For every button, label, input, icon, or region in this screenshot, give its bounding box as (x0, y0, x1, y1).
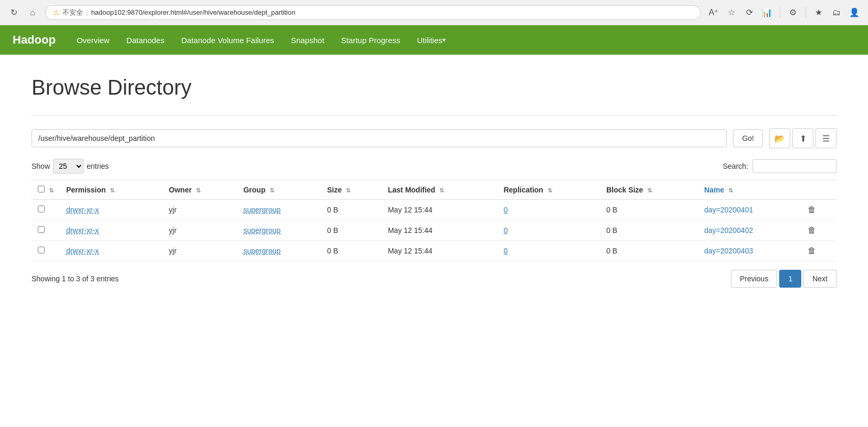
delete-button-1[interactable]: 🗑 (808, 226, 816, 235)
browser-bar: ↻ ⌂ ⚠ 不安全 | hadoop102:9870/explorer.html… (0, 0, 868, 25)
group-link-0[interactable]: supergroup (243, 206, 281, 214)
nav-item-snapshot[interactable]: Snapshot (283, 25, 333, 55)
address-bar: ⚠ 不安全 | hadoop102:9870/explorer.html#/us… (45, 5, 701, 20)
order-icon: ⇅ (49, 187, 54, 194)
search-label: Search: (723, 162, 748, 170)
nav-item-utilities[interactable]: Utilities (409, 25, 454, 55)
delete-button-2[interactable]: 🗑 (808, 246, 816, 256)
nav-item-overview[interactable]: Overview (68, 25, 118, 55)
sort-blocksize-icon: ⇅ (647, 187, 652, 194)
row-group-0: supergroup (237, 200, 321, 220)
row-checkbox-cell (32, 220, 60, 241)
name-link-1[interactable]: day=20200402 (704, 226, 753, 235)
sort-replication-icon: ⇅ (547, 187, 552, 194)
nav-item-startup-progress[interactable]: Startup Progress (333, 25, 409, 55)
row-modified-1: May 12 15:44 (381, 220, 497, 241)
row-permission-1: drwxr-xr-x (60, 220, 162, 241)
replication-link-2[interactable]: 0 (503, 247, 508, 255)
row-group-2: supergroup (237, 241, 321, 261)
show-label: Show (32, 162, 50, 170)
extensions-button[interactable]: ⚙ (786, 5, 800, 20)
page-1-button[interactable]: 1 (779, 270, 801, 288)
select-all-header: ⇅ (32, 180, 60, 200)
profile-button[interactable]: 👤 (847, 5, 862, 20)
row-delete-1: 🗑 (801, 220, 836, 241)
path-input[interactable] (32, 129, 727, 147)
th-name[interactable]: Name ⇅ (698, 180, 801, 200)
pagination: Previous 1 Next (731, 270, 836, 288)
row-checkbox-2[interactable] (38, 247, 45, 253)
group-link-1[interactable]: supergroup (243, 226, 281, 235)
reader-mode-button[interactable]: A⁺ (706, 5, 721, 20)
open-folder-button[interactable]: 📂 (769, 128, 790, 148)
row-size-0: 0 B (321, 200, 381, 220)
th-owner[interactable]: Owner ⇅ (162, 180, 237, 200)
permission-link-2[interactable]: drwxr-xr-x (66, 247, 99, 255)
th-replication[interactable]: Replication ⇅ (497, 180, 600, 200)
th-size[interactable]: Size ⇅ (321, 180, 381, 200)
navbar-brand: Hadoop (13, 33, 56, 47)
search-input[interactable] (752, 159, 836, 173)
permission-link-0[interactable]: drwxr-xr-x (66, 206, 99, 214)
show-entries: Show 10 25 50 100 entries (32, 159, 109, 174)
nav-item-datanodes[interactable]: Datanodes (118, 25, 173, 55)
row-name-0: day=20200401 (698, 200, 801, 220)
sort-permission-icon: ⇅ (110, 187, 115, 194)
nav-item-datanode-volume-failures[interactable]: Datanode Volume Failures (173, 25, 283, 55)
home-button[interactable]: ⌂ (25, 5, 40, 20)
th-group[interactable]: Group ⇅ (237, 180, 321, 200)
group-link-2[interactable]: supergroup (243, 247, 281, 255)
row-name-2: day=20200403 (698, 241, 801, 261)
pagination-row: Showing 1 to 3 of 3 entries Previous 1 N… (32, 270, 836, 288)
go-button[interactable]: Go! (733, 129, 763, 147)
sort-owner-icon: ⇅ (196, 187, 201, 194)
title-divider (32, 115, 836, 116)
browser-actions: A⁺ ☆ ⟳ 📊 ⚙ ★ 🗂 👤 (706, 5, 862, 20)
upload-button[interactable]: ⬆ (792, 128, 813, 148)
directory-table: ⇅ Permission ⇅ Owner ⇅ Group ⇅ Size ⇅ (32, 180, 836, 261)
table-row: drwxr-xr-x yjr supergroup 0 B May 12 15:… (32, 200, 836, 220)
stats-button[interactable]: 📊 (760, 5, 774, 20)
page-title: Browse Directory (32, 76, 836, 99)
row-modified-2: May 12 15:44 (381, 241, 497, 261)
browser-controls: ↻ ⌂ (6, 5, 40, 20)
row-checkbox-0[interactable] (38, 206, 45, 212)
sort-size-icon: ⇅ (346, 187, 350, 194)
name-link-0[interactable]: day=20200401 (704, 206, 753, 214)
refresh-button[interactable]: ↻ (6, 5, 21, 20)
warning-icon: ⚠ (53, 8, 59, 16)
replication-link-0[interactable]: 0 (503, 206, 508, 214)
star-button[interactable]: ★ (811, 5, 826, 20)
th-actions (801, 180, 836, 200)
showing-text: Showing 1 to 3 of 3 entries (32, 274, 119, 283)
entries-label: entries (87, 162, 109, 170)
delete-button-0[interactable]: 🗑 (808, 205, 816, 215)
next-button[interactable]: Next (803, 270, 836, 288)
list-view-button[interactable]: ☰ (815, 128, 836, 148)
replication-link-1[interactable]: 0 (503, 226, 508, 235)
favorites-button[interactable]: ☆ (724, 5, 739, 20)
select-all-checkbox[interactable] (38, 186, 45, 192)
row-checkbox-cell (32, 200, 60, 220)
row-permission-2: drwxr-xr-x (60, 241, 162, 261)
table-header-row: ⇅ Permission ⇅ Owner ⇅ Group ⇅ Size ⇅ (32, 180, 836, 200)
name-link-2[interactable]: day=20200403 (704, 247, 753, 255)
sort-name-icon: ⇅ (728, 187, 733, 194)
collections-button[interactable]: 🗂 (829, 5, 844, 20)
row-owner-2: yjr (162, 241, 237, 261)
row-group-1: supergroup (237, 220, 321, 241)
url-text: hadoop102:9870/explorer.html#/user/hive/… (91, 8, 693, 16)
th-permission[interactable]: Permission ⇅ (60, 180, 162, 200)
row-blocksize-0: 0 B (600, 200, 698, 220)
row-modified-0: May 12 15:44 (381, 200, 497, 220)
entries-select[interactable]: 10 25 50 100 (53, 159, 84, 174)
row-permission-0: drwxr-xr-x (60, 200, 162, 220)
permission-link-1[interactable]: drwxr-xr-x (66, 226, 99, 235)
th-block-size[interactable]: Block Size ⇅ (600, 180, 698, 200)
previous-button[interactable]: Previous (731, 270, 777, 288)
th-last-modified[interactable]: Last Modified ⇅ (381, 180, 497, 200)
table-row: drwxr-xr-x yjr supergroup 0 B May 12 15:… (32, 220, 836, 241)
action-buttons: 📂 ⬆ ☰ (769, 128, 836, 148)
refresh-icon-button[interactable]: ⟳ (742, 5, 757, 20)
row-checkbox-1[interactable] (38, 226, 45, 233)
